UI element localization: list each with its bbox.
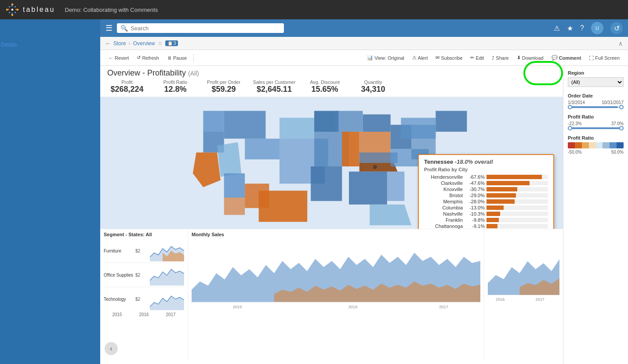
svg-marker-14 <box>203 111 224 132</box>
date-slider[interactable] <box>568 106 624 108</box>
tooltip-row: Franklin-9.8% <box>424 217 548 223</box>
segment-title: Segment - States: All <box>104 232 184 237</box>
subscribe-button[interactable]: ✉ Subscribe <box>432 54 465 62</box>
tooltip-row: Nashville-10.3% <box>424 211 548 216</box>
help-icon[interactable]: ? <box>580 24 584 32</box>
share-button[interactable]: ⤴ Share <box>489 54 512 62</box>
edit-button[interactable]: ✏ Edit <box>467 54 487 62</box>
alert-toolbar-button[interactable]: ⚠ Alert <box>409 54 431 62</box>
tooltip-city-name: Chattanooga <box>424 223 463 229</box>
tooltip-row: Chattanooga-9.1% <box>424 223 548 229</box>
tooltip-city-name: Memphis <box>424 199 463 204</box>
kpi-qty-value: 34,310 <box>361 85 385 94</box>
breadcrumb-star[interactable]: ☆ <box>158 40 163 47</box>
map-tooltip: Tennessee -18.0% overall Profit Ratio by… <box>418 154 554 229</box>
breadcrumb-overview[interactable]: Overview <box>133 40 155 47</box>
tooltip-row: Clarksville-47.6% <box>424 180 548 186</box>
svg-rect-12 <box>11 13 13 14</box>
comment-button[interactable]: 💬 Comment <box>548 54 584 62</box>
svg-marker-18 <box>224 111 266 139</box>
breadcrumb-store[interactable]: Store <box>113 40 126 47</box>
profit-ratio-slider[interactable] <box>568 127 624 129</box>
tech-mini-chart <box>150 288 184 310</box>
refresh-button[interactable]: ↺ <box>610 22 623 34</box>
star-icon[interactable]: ★ <box>567 24 573 32</box>
svg-marker-40 <box>370 205 411 225</box>
kpi-profit-per-order: Profit per Order $59.29 <box>204 79 243 94</box>
svg-marker-49 <box>150 296 184 310</box>
avatar[interactable]: U <box>591 22 603 34</box>
svg-marker-38 <box>349 172 387 205</box>
segment-furniture[interactable]: Furniture $2 <box>104 239 184 263</box>
bottom-nav-left[interactable]: ‹ <box>105 342 118 355</box>
tooltip-city-pct: -28.0% <box>465 199 485 204</box>
svg-marker-20 <box>224 173 245 198</box>
tableau-logo[interactable]: tableau <box>5 3 55 17</box>
office-mini-chart <box>150 264 184 286</box>
svg-marker-32 <box>363 114 391 131</box>
tooltip-bar-fill <box>486 212 500 216</box>
tooltip-city-pct: -10.3% <box>465 211 485 216</box>
date-range-display: 1/3/2014 10/31/2017 <box>568 100 624 105</box>
right-chart-panel: 2016 2017 <box>484 229 563 360</box>
office-value: $2 <box>135 273 148 278</box>
collapse-icon[interactable]: ∧ <box>618 40 623 47</box>
kpi-sales-per-customer: Sales per Customer $2,645.11 <box>252 79 296 94</box>
hamburger-menu[interactable]: ☰ <box>105 23 113 33</box>
tooltip-row: Memphis-28.0% <box>424 199 548 204</box>
segment-panel: Segment - States: All Furniture $2 Offic… <box>100 229 188 360</box>
pause-button[interactable]: ⏸ Pause <box>164 54 190 62</box>
filter-label: (All) <box>188 70 199 77</box>
tooltip-bar-fill <box>486 193 516 198</box>
tooltip-row: Hendersonville-67.6% <box>424 174 548 180</box>
view-original-button[interactable]: 📊 View: Original <box>364 54 407 62</box>
breadcrumb-bar: ← Store › Overview ☆ 📋 3 ∧ <box>100 37 628 50</box>
svg-text:2016: 2016 <box>496 297 505 302</box>
fullscreen-button[interactable]: ⛶ Full Screen <box>586 54 623 62</box>
svg-text:2017: 2017 <box>536 297 545 302</box>
tooltip-bar <box>486 175 548 179</box>
back-arrow[interactable]: ← <box>105 40 111 47</box>
svg-rect-7 <box>15 12 16 13</box>
profit-ratio-range-display: -22.3% 37.0% <box>568 121 624 126</box>
map-container[interactable]: Tennessee -18.0% overall Profit Ratio by… <box>100 97 563 229</box>
svg-marker-24 <box>280 118 314 138</box>
tableau-logo-icon <box>5 3 19 17</box>
svg-rect-10 <box>15 9 17 10</box>
kpi-profit-ratio: Profit Ratio 12.8% <box>156 79 195 94</box>
alert-icon[interactable]: ⚠ <box>554 24 560 32</box>
segment-technology[interactable]: Technology $2 <box>104 287 184 311</box>
svg-rect-11 <box>11 5 13 7</box>
svg-text:2017: 2017 <box>439 305 448 309</box>
kpi-profit-label: Profit <box>121 79 133 85</box>
top-nav-bar: tableau Demo: Collaborating with Comment… <box>0 0 628 19</box>
tooltip-title: Tennessee -18.0% overall <box>424 159 548 165</box>
svg-rect-8 <box>11 9 13 11</box>
region-select[interactable]: (All) <box>568 77 624 87</box>
search-input[interactable] <box>131 25 280 32</box>
color-legend-label: Profit Ratio <box>568 135 624 141</box>
search-icon: 🔍 <box>120 25 128 32</box>
svg-point-45 <box>373 165 377 169</box>
tooltip-bar <box>486 199 548 204</box>
svg-marker-29 <box>311 166 342 201</box>
svg-marker-23 <box>259 191 308 222</box>
kpi-profit-ratio-label: Profit Ratio <box>163 79 187 85</box>
svg-rect-1 <box>11 14 13 16</box>
tooltip-city-pct: -47.6% <box>465 180 485 186</box>
secondary-nav: ☰ 🔍 ⚠ ★ ? U ↺ <box>100 19 628 37</box>
segment-office-supplies[interactable]: Office Supplies $2 <box>104 263 184 287</box>
download-button[interactable]: ⬇ Download <box>514 54 547 62</box>
tooltip-bar-fill <box>486 224 497 228</box>
tooltip-bar <box>486 181 548 185</box>
tooltip-bar-fill <box>486 187 517 191</box>
tooltip-row: Bristol-29.0% <box>424 193 548 198</box>
refresh-toolbar-button[interactable]: ↺ Refresh <box>134 54 162 62</box>
kpi-quantity: Quantity 34,310 <box>353 79 393 94</box>
revert-button[interactable]: ← Revert <box>105 54 132 62</box>
kpi-ad-value: 15.65% <box>311 85 338 94</box>
page-title: Overview - Profitability (All) <box>100 66 563 79</box>
details-link[interactable]: Details <box>1 42 17 48</box>
right-sidebar: Region (All) Order Date 1/3/2014 10/31/2… <box>563 66 628 364</box>
tooltip-overall: -18.0% overall <box>455 159 493 165</box>
